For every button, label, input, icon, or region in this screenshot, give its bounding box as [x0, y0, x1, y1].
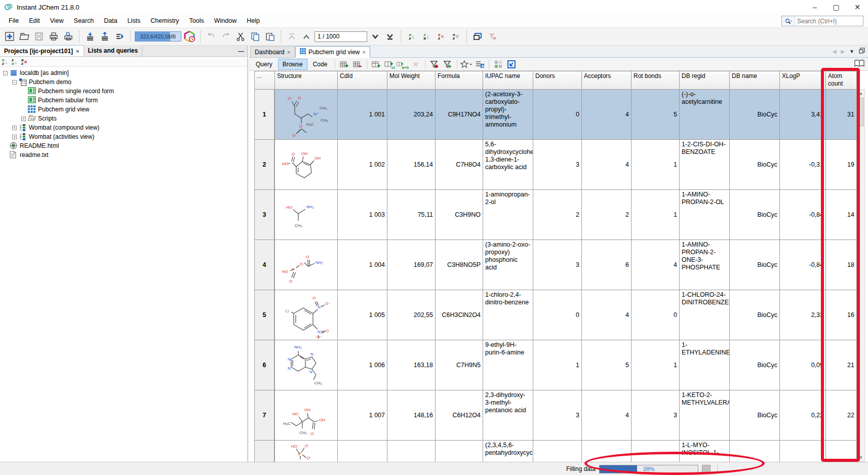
- delete-row-button[interactable]: [351, 59, 364, 70]
- cell-atom_count[interactable]: 21: [826, 340, 857, 390]
- column-header-formula[interactable]: Formula: [436, 71, 483, 89]
- cell-acceptors[interactable]: 4: [582, 290, 632, 340]
- tree-item-pubchem-grid-view[interactable]: +Pubchem grid view: [0, 105, 247, 114]
- cell-donors[interactable]: 3: [533, 390, 582, 441]
- paste-button[interactable]: [263, 30, 277, 43]
- menu-window[interactable]: Window: [210, 15, 241, 26]
- cell-num[interactable]: 2: [254, 140, 275, 190]
- print-button[interactable]: [47, 30, 60, 43]
- record-position-field[interactable]: [314, 31, 367, 42]
- cell-atom_count[interactable]: 14: [826, 190, 857, 240]
- dihydroxy-methylpentanoic-acid-structure[interactable]: H₃CHO OHCH₃ OHO: [275, 390, 338, 441]
- add-field-button[interactable]: [370, 59, 382, 70]
- documentation-book-icon[interactable]: [854, 59, 865, 69]
- cell-iupac[interactable]: 1-chloro-2,4-dinitro-benzene: [483, 290, 533, 340]
- cell-donors[interactable]: 0: [533, 290, 582, 340]
- menu-lists[interactable]: Lists: [123, 15, 145, 26]
- cell-db_regid[interactable]: 1-AMINO-PROPAN-2-ONE-3-PHOSPHATE: [680, 240, 730, 290]
- scroll-tabs-right-icon[interactable]: ▶: [841, 49, 845, 54]
- clear-sort-button[interactable]: az×: [435, 30, 448, 43]
- maximize-view-icon[interactable]: [859, 48, 865, 55]
- tab-dashboard[interactable]: Dashboard ×: [250, 46, 295, 57]
- cell-atom_count[interactable]: 18: [826, 240, 857, 290]
- widgets-button[interactable]: [492, 59, 504, 70]
- cell-db_name[interactable]: BioCyc: [730, 240, 780, 290]
- next-record-button[interactable]: [369, 30, 382, 43]
- menu-chemistry[interactable]: Chemistry: [146, 15, 183, 26]
- cell-formula[interactable]: [436, 441, 483, 462]
- table-row[interactable]: HOO PO(2,3,4,5,6-pentahydroxycyclo1-L-MY…: [254, 441, 857, 462]
- windows-button[interactable]: [471, 30, 484, 43]
- cell-acceptors[interactable]: 4: [582, 390, 632, 441]
- menu-file[interactable]: File: [4, 15, 23, 26]
- cell-num[interactable]: 4: [254, 240, 275, 290]
- cell-db_regid[interactable]: 1-L-MYO-INOSITOL-1-: [680, 441, 730, 462]
- search-icon[interactable]: [782, 16, 795, 26]
- previous-record-button[interactable]: [300, 30, 313, 43]
- cell-cdid[interactable]: 1 002: [338, 140, 387, 190]
- sort-descending-icon[interactable]: za↓: [12, 58, 17, 65]
- advanced-sort-button[interactable]: az⑂: [449, 30, 462, 43]
- tree-item-pubchem-single-record-form[interactable]: +Pubchem single record form: [0, 87, 247, 96]
- cell-acceptors[interactable]: 4: [582, 90, 632, 140]
- table-row[interactable]: 4 HOP OO ONH₂1 004169,07C3H8NO5P(3-amino…: [254, 240, 857, 290]
- table-row[interactable]: 2 HOO OHOH1 002156,14C7H8O45,6-dihydroxy…: [254, 140, 857, 190]
- sort-ascending-icon[interactable]: az↓: [2, 58, 8, 65]
- column-header-structure[interactable]: Structure: [275, 71, 338, 89]
- column-header-donors[interactable]: Donors: [533, 71, 582, 89]
- cell-cdid[interactable]: 1 003: [338, 190, 387, 240]
- column-header-cdid[interactable]: CdId: [338, 71, 387, 89]
- clear-sort-icon[interactable]: az×: [21, 58, 27, 65]
- cell-cdid[interactable]: 1 001: [338, 90, 387, 140]
- view-mode-code[interactable]: Code: [308, 59, 332, 70]
- cell-atom_count[interactable]: 19: [826, 140, 857, 190]
- cell-iupac[interactable]: 1-aminopropan-2-ol: [483, 190, 533, 240]
- cell-db_name[interactable]: BioCyc: [730, 140, 780, 190]
- cell-cdid[interactable]: 1 006: [338, 340, 387, 390]
- import-data-button[interactable]: [84, 30, 97, 43]
- sort-ascending-button[interactable]: az↓: [405, 30, 418, 43]
- cell-db_name[interactable]: BioCyc: [730, 390, 780, 441]
- column-header-db-name[interactable]: DB name: [730, 71, 780, 89]
- search-input[interactable]: [795, 18, 863, 25]
- sort-descending-button[interactable]: za↓: [420, 30, 433, 43]
- cell-atom_count[interactable]: 16: [826, 290, 857, 340]
- add-calculated-field-button[interactable]: a+b: [397, 59, 409, 70]
- column-header-rot-bonds[interactable]: Rot bonds: [632, 71, 680, 89]
- cell-db_name[interactable]: BioCyc: [730, 290, 780, 340]
- tree-item-wombat-activities-view[interactable]: +Wombat (activities view): [0, 132, 247, 141]
- cell-atom_count[interactable]: 22: [826, 390, 857, 441]
- cell-xlogp[interactable]: 3,41: [780, 90, 826, 140]
- tree-item-localdb-as-admin[interactable]: −localdb [as admin]: [0, 68, 247, 77]
- ethyladenine-structure[interactable]: NH₂N NN NCH₃: [275, 340, 338, 390]
- copy-button[interactable]: [249, 30, 262, 43]
- cell-db_name[interactable]: BioCyc: [730, 90, 780, 140]
- tab-pubchem-grid-view[interactable]: Pubchem grid view ×: [295, 46, 370, 57]
- cell-donors[interactable]: 3: [533, 240, 582, 290]
- cell-db_regid[interactable]: 1-ETHYLADENINE: [680, 340, 730, 390]
- cell-db_regid[interactable]: 1-CHLORO-24-DINITROBENZENE: [680, 290, 730, 340]
- cell-formula[interactable]: C7H9N5: [436, 340, 483, 390]
- cell-iupac[interactable]: 5,6-dihydroxycyclohexa-1,3-diene-1-carbo…: [483, 140, 533, 190]
- column-header-[interactable]: ...: [254, 71, 275, 89]
- close-button[interactable]: ✕: [847, 0, 868, 14]
- table-row[interactable]: 7 H₃CHO OHCH₃ OHO1 007148,16C6H12O42,3-d…: [254, 390, 857, 441]
- close-icon[interactable]: ×: [287, 49, 290, 55]
- cell-iupac[interactable]: (2-acetoxy-3-carboxylato-propyl)-trimeth…: [483, 90, 533, 140]
- cell-num[interactable]: [254, 441, 275, 462]
- aminopropanone-phosphate-structure[interactable]: HOP OO ONH₂: [275, 240, 338, 290]
- print-preview-button[interactable]: [62, 30, 75, 43]
- minimize-button[interactable]: –: [804, 0, 825, 14]
- cell-acceptors[interactable]: 2: [582, 190, 632, 240]
- open-project-button[interactable]: [18, 30, 31, 43]
- column-header-xlogp[interactable]: XLogP: [780, 71, 826, 89]
- cell-mol_weight[interactable]: 203,24: [387, 90, 436, 140]
- cell-donors[interactable]: 1: [533, 340, 582, 390]
- cell-rot_bonds[interactable]: 0: [632, 290, 680, 340]
- menu-tools[interactable]: Tools: [185, 15, 209, 26]
- column-header-iupac-name[interactable]: IUPAC name: [483, 71, 533, 89]
- dihydroxycyclohexadiene-carboxylic-acid-structure[interactable]: HOO OHOH: [275, 140, 338, 190]
- table-row[interactable]: 5 Cl N⁺O⁻O N⁺OO⁻1 005202,55C6H3ClN2O41-c…: [254, 290, 857, 340]
- cell-acceptors[interactable]: 4: [582, 140, 632, 190]
- cell-mol_weight[interactable]: 163,18: [387, 340, 436, 390]
